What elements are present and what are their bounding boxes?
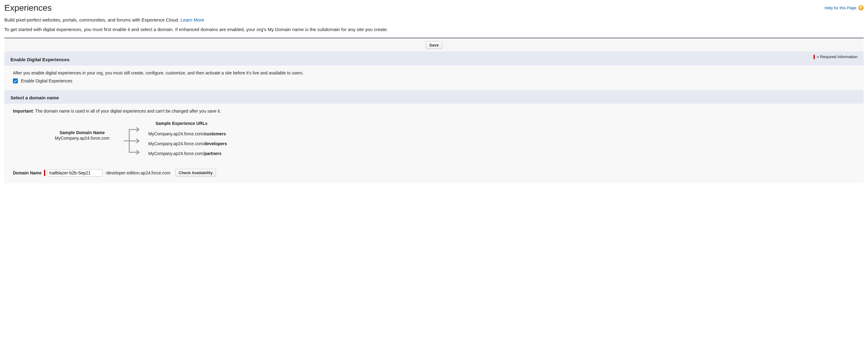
section-body-domain: Important: The domain name is used in al… — [4, 104, 864, 183]
description-text: To get started with digital experiences,… — [4, 27, 864, 32]
section-header-domain: Select a domain name — [4, 90, 864, 104]
sample-urls-title: Sample Experience URLs — [136, 121, 227, 126]
required-bar-icon — [44, 170, 45, 176]
help-icon: ? — [858, 5, 864, 10]
sample-url-suffix: customers — [204, 131, 226, 136]
sample-domain-value: MyCompany.ap24.force.com — [47, 136, 118, 141]
sample-domain-column: Sample Domain Name MyCompany.ap24.force.… — [47, 121, 118, 141]
enable-checkbox-label: Enable Digital Experiences — [21, 79, 72, 83]
enable-info-text: After you enable digital experiences in … — [13, 70, 855, 75]
domain-name-label: Domain Name — [13, 170, 41, 175]
sample-domain-title: Sample Domain Name — [47, 130, 118, 135]
toolbar: Save — [4, 38, 864, 52]
domain-important-row: Important: The domain name is used in al… — [13, 108, 855, 114]
sample-url-suffix: partners — [204, 151, 221, 156]
important-text: : The domain name is used in all of your… — [33, 108, 221, 114]
intro-text: Build pixel-perfect websites, portals, c… — [4, 17, 864, 23]
section-header-enable: Enable Digital Experiences = Required In… — [4, 52, 864, 65]
section-title-domain: Select a domain name — [10, 93, 59, 100]
section-title-enable: Enable Digital Experiences — [10, 55, 69, 62]
sample-urls-column: Sample Experience URLs MyCompany.ap24.fo… — [148, 121, 227, 158]
sample-block: Sample Domain Name MyCompany.ap24.force.… — [13, 121, 855, 161]
branch-arrows-icon — [124, 121, 142, 161]
required-info-legend: = Required Information — [813, 55, 858, 59]
sample-url-prefix: MyCompany.ap24.force.com/ — [148, 141, 204, 146]
intro-text-span: Build pixel-perfect websites, portals, c… — [4, 17, 181, 23]
settings-panel: Save Enable Digital Experiences = Requir… — [4, 37, 864, 183]
section-body-enable: After you enable digital experiences in … — [4, 65, 864, 90]
save-button[interactable]: Save — [426, 41, 442, 49]
help-link-text: Help for this Page — [825, 5, 856, 10]
sample-url-row: MyCompany.ap24.force.com/customers — [148, 131, 227, 136]
domain-suffix-text: -developer-edition.ap24.force.com — [105, 170, 170, 175]
domain-name-row: Domain Name -developer-edition.ap24.forc… — [13, 169, 855, 177]
page-title: Experiences — [4, 3, 52, 13]
required-info-text: = Required Information — [817, 55, 858, 59]
enable-checkbox[interactable] — [13, 79, 18, 83]
sample-url-prefix: MyCompany.ap24.force.com/ — [148, 131, 204, 136]
help-for-page-link[interactable]: Help for this Page ? — [825, 5, 864, 10]
checkmark-icon — [13, 79, 17, 83]
check-availability-button[interactable]: Check Availability — [175, 169, 216, 177]
important-label: Important — [13, 108, 33, 114]
sample-url-row: MyCompany.ap24.force.com/developers — [148, 141, 227, 146]
sample-url-row: MyCompany.ap24.force.com/partners — [148, 151, 227, 156]
required-bar-icon — [813, 55, 815, 59]
sample-url-prefix: MyCompany.ap24.force.com/ — [148, 151, 204, 156]
domain-name-input[interactable] — [47, 169, 102, 177]
sample-url-suffix: developers — [204, 141, 227, 146]
learn-more-link[interactable]: Learn More — [181, 17, 204, 23]
